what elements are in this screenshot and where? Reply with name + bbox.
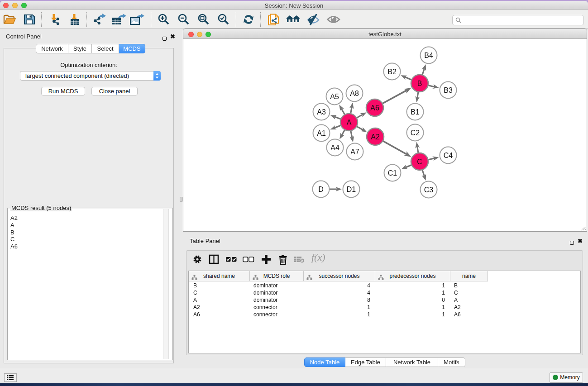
- svg-text:A5: A5: [330, 93, 339, 100]
- svg-text:C3: C3: [424, 186, 434, 194]
- svg-text:C: C: [417, 158, 422, 166]
- svg-text:A4: A4: [330, 144, 339, 152]
- svg-text:A7: A7: [350, 148, 359, 156]
- svg-text:A: A: [347, 119, 352, 126]
- svg-text:A6: A6: [370, 104, 379, 112]
- svg-text:C4: C4: [444, 152, 453, 159]
- svg-text:B1: B1: [411, 108, 420, 116]
- svg-text:A2: A2: [371, 133, 380, 141]
- svg-text:B: B: [417, 80, 422, 87]
- svg-text:A3: A3: [317, 108, 326, 116]
- svg-text:A1: A1: [317, 129, 326, 137]
- svg-text:B3: B3: [444, 86, 453, 94]
- svg-text:C2: C2: [411, 129, 420, 137]
- svg-text:D: D: [318, 186, 324, 193]
- svg-text:D1: D1: [347, 186, 356, 193]
- svg-text:B4: B4: [424, 52, 433, 59]
- svg-text:C1: C1: [388, 169, 397, 177]
- svg-text:A8: A8: [350, 90, 359, 97]
- svg-text:B2: B2: [387, 68, 397, 76]
